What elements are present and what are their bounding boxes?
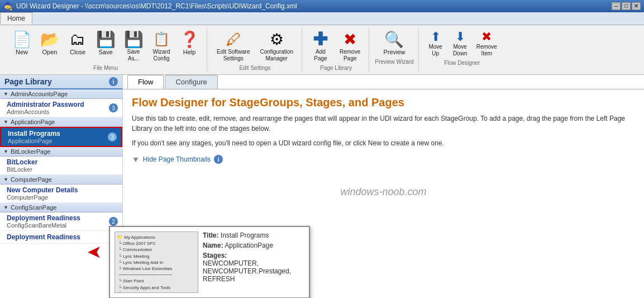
titlebar-controls[interactable]: – □ ✕ [612, 2, 641, 10]
install-programs-row: Install Programs ApplicationPage 3 [8, 130, 117, 144]
tooltip-name-label: Name: [203, 242, 223, 249]
deployment-readiness-1-sub: ConfigScanBareMetal [7, 222, 80, 229]
ribbon-tabs: Home [0, 12, 644, 25]
tooltip-name-value: ApplicationPage [225, 242, 273, 249]
tab-flow[interactable]: Flow [127, 75, 164, 89]
sidebar-item-deployment-readiness-1[interactable]: Deployment Readiness ConfigScanBareMetal… [0, 212, 122, 231]
sidebar-item-bitlocker[interactable]: BitLocker BitLocker [0, 157, 122, 175]
help-button[interactable]: ❓ Help [176, 29, 202, 64]
tooltip-title-row: Title: Install Programs [203, 231, 304, 239]
tab-configure[interactable]: Configure [165, 75, 217, 89]
content-body: Flow Designer for StageGroups, Stages, a… [123, 89, 644, 175]
titlebar-text: UDI Wizard Designer - \\sccm\sources\os\… [16, 2, 297, 10]
remove-item-icon: ✖ [480, 30, 493, 44]
open-icon: 📂 [41, 30, 59, 48]
close-button-ribbon[interactable]: 🗂 Close [65, 29, 90, 64]
remove-item-label: RemoveItem [476, 44, 497, 57]
edit-software-button[interactable]: 🖊 Edit SoftwareSettings [213, 29, 254, 64]
content-tabs: Flow Configure [123, 75, 644, 89]
admin-password-row: Administrator Password AdminAccounts 3 [7, 101, 118, 115]
category-configscan[interactable]: ConfigScanPage [0, 203, 122, 212]
deployment-readiness-1-badge: 2 [109, 217, 118, 226]
edit-settings-label: Edit Settings [239, 65, 270, 71]
hide-thumbnails-link[interactable]: Hide Page Thumbnails [143, 155, 211, 163]
move-down-icon: ⬇ [454, 30, 467, 44]
category-admin-accounts[interactable]: AdminAccountsPage [0, 89, 122, 99]
move-up-icon: ⬆ [429, 30, 442, 44]
file-buttons: 📄 New 📂 Open 🗂 Close 💾 Save 💾 Sav [9, 29, 202, 64]
save-icon: 💾 [97, 30, 115, 48]
save-label: Save [98, 49, 112, 56]
computer-text: New Computer Details ComputerPage [7, 186, 78, 201]
bitlocker-title: BitLocker [7, 158, 37, 166]
save-as-icon: 💾 [125, 30, 142, 48]
open-button[interactable]: 📂 Open [37, 29, 63, 64]
tooltip-inner: 📁 My Applications └ Office 2007 SP2 └ Co… [115, 231, 304, 293]
stage-3: REFRESH [203, 275, 304, 283]
category-computer[interactable]: ComputerPage [0, 175, 122, 185]
ribbon-group-file: 📄 New 📂 Open 🗂 Close 💾 Save 💾 Sav [4, 27, 207, 72]
thumbnail-content: 📁 My Applications └ Office 2007 SP2 └ Co… [115, 232, 198, 293]
remove-page-button[interactable]: ✖ RemovePage [336, 29, 364, 64]
sidebar: Page Library i AdminAccountsPage Adminis… [0, 75, 123, 298]
tab-home[interactable]: Home [0, 12, 32, 25]
wizard-config-button[interactable]: 📋 WizardConfig [149, 29, 174, 64]
main-layout: Page Library i AdminAccountsPage Adminis… [0, 75, 644, 298]
tooltip-popup: ➤ 📁 My Applications └ Office 2007 SP2 └ … [109, 226, 310, 298]
configuration-manager-button[interactable]: ⚙ ConfigurationManager [256, 29, 297, 64]
computer-category-label: ComputerPage [11, 176, 52, 183]
remove-page-icon: ✖ [341, 30, 359, 48]
install-programs-badge: 3 [108, 133, 117, 141]
admin-password-title: Administrator Password [7, 101, 84, 108]
flow-designer-group-label: Flow Designer [444, 60, 480, 66]
sidebar-item-admin-password[interactable]: Administrator Password AdminAccounts 3 [0, 99, 122, 117]
edit-buttons: 🖊 Edit SoftwareSettings ⚙ ConfigurationM… [213, 29, 297, 64]
close-button[interactable]: ✕ [632, 2, 641, 10]
thumbnail-info-icon[interactable]: i [214, 155, 223, 164]
flow-note: If you don't see any stages, you'll need… [132, 138, 635, 148]
sidebar-info-icon[interactable]: i [109, 77, 118, 86]
thumbnail-bar: ▼ Hide Page Thumbnails i [132, 155, 635, 164]
add-page-button[interactable]: ✚ AddPage [308, 29, 333, 64]
sidebar-item-computer[interactable]: New Computer Details ComputerPage [0, 185, 122, 203]
save-as-button[interactable]: 💾 SaveAs... [121, 29, 146, 64]
stages-label: Stages: [203, 252, 304, 259]
help-icon: ❓ [180, 30, 198, 48]
configscan-category-label: ConfigScanPage [11, 204, 57, 211]
close-label: Close [70, 49, 85, 56]
deployment-readiness-2-text: Deployment Readiness [7, 233, 80, 241]
move-down-button[interactable]: ⬇ MoveDown [449, 29, 471, 59]
watermark: windows-noob.com [123, 175, 644, 209]
ribbon: Home 📄 New 📂 Open 🗂 Close 💾 S [0, 12, 644, 75]
remove-item-button[interactable]: ✖ RemoveItem [474, 29, 500, 59]
sidebar-item-install-programs[interactable]: Install Programs ApplicationPage 3 [0, 127, 122, 147]
admin-accounts-category-label: AdminAccountsPage [11, 91, 68, 97]
category-bitlocker[interactable]: BitLockerPage [0, 147, 122, 157]
titlebar: 🧙 UDI Wizard Designer - \\sccm\sources\o… [0, 0, 644, 12]
deployment-readiness-1-title: Deployment Readiness [7, 214, 80, 222]
maximize-button[interactable]: □ [622, 2, 631, 10]
configuration-manager-label: ConfigurationManager [260, 49, 293, 62]
stage-1: NEWCOMPUTER, [203, 259, 304, 267]
page-library-title: Page Library [4, 77, 52, 86]
ribbon-content: 📄 New 📂 Open 🗂 Close 💾 Save 💾 Sav [0, 25, 644, 74]
install-programs-sub: ApplicationPage [8, 138, 60, 144]
new-button[interactable]: 📄 New [9, 29, 35, 64]
edit-software-icon: 🖊 [225, 30, 242, 48]
category-application[interactable]: ApplicationPage [0, 117, 122, 127]
sidebar-item-deployment-readiness-2[interactable]: Deployment Readiness 2 [0, 231, 122, 244]
stages-list: NEWCOMPUTER, NEWCOMPUTER.Prestaged, REFR… [203, 259, 304, 283]
ribbon-group-flow-designer: ⬆ MoveUp ⬇ MoveDown ✖ RemoveItem Flow De… [420, 27, 504, 72]
tooltip-details: Title: Install Programs Name: Applicatio… [203, 231, 304, 293]
save-button[interactable]: 💾 Save [93, 29, 118, 64]
deployment-readiness-2-title: Deployment Readiness [7, 233, 80, 241]
admin-password-text: Administrator Password AdminAccounts [7, 101, 84, 115]
move-up-button[interactable]: ⬆ MoveUp [424, 29, 447, 59]
new-label: New [16, 49, 28, 56]
ribbon-group-page-library: ✚ AddPage ✖ RemovePage Page Library [303, 27, 369, 72]
tooltip-title-label: Title: [203, 231, 218, 239]
edit-software-label: Edit SoftwareSettings [217, 49, 250, 62]
minimize-button[interactable]: – [612, 2, 621, 10]
preview-button[interactable]: 🔍 Preview [379, 29, 409, 58]
open-label: Open [42, 49, 58, 56]
